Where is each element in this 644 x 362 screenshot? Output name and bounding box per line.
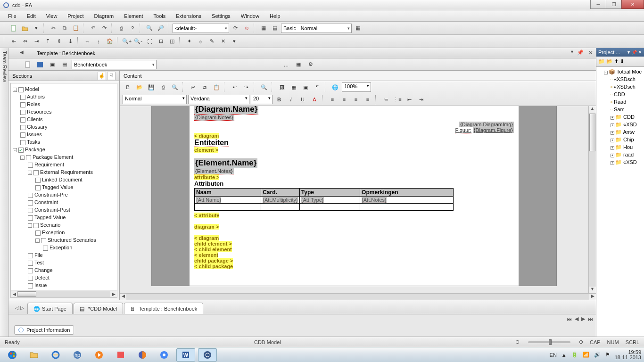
menu-project[interactable]: Project [63,12,88,20]
editor-canvas[interactable]: {Diagram.Name} {Diagram.Notes} {Diagram.… [120,106,588,293]
menu-file[interactable]: File [4,12,21,20]
tree-item[interactable]: -Structured ScenariosException [35,236,116,251]
nav-next-icon[interactable]: ▶ [581,316,585,322]
nav-first-icon[interactable]: ⏮ [567,316,572,322]
nav-icon[interactable]: ▦ [353,23,363,33]
pushpin-icon[interactable]: 📌 [577,49,584,56]
home-icon[interactable]: 🏠 [105,36,115,47]
editor-vscroll[interactable]: ▲▼ [588,106,596,293]
zoom-in-btn[interactable]: ⊕ [579,339,583,345]
basic-combo[interactable]: Basic - Normal [281,24,352,33]
align-bot-icon[interactable]: ⤓ [65,36,75,47]
tree-item[interactable]: -ScenarioException-Structured ScenariosE… [28,221,116,251]
ed-new-icon[interactable]: 🗋 [123,82,133,92]
tree-item[interactable]: Glossary [20,123,116,131]
tray-volume-icon[interactable]: 🔊 [594,352,601,358]
rp-up-icon[interactable]: ⬆ [614,58,619,65]
tree-item[interactable]: Clients [20,115,116,123]
ed-obj-icon[interactable]: ▣ [300,82,311,92]
indent-icon[interactable]: ⇥ [416,94,426,105]
tab-scroll-left-icon[interactable]: ◁ ▷ [15,305,24,311]
ie-icon[interactable] [46,348,65,362]
close-button[interactable]: ✕ [621,0,644,9]
help-icon[interactable]: ? [127,23,138,33]
tree-item[interactable]: Tagged Value [28,214,116,221]
align-l-icon[interactable]: ≡ [327,94,338,105]
tree-item[interactable]: Exception [43,244,116,251]
bold-icon[interactable]: B [274,94,284,105]
ed-print-icon[interactable]: ⎙ [158,82,168,92]
grid-icon[interactable]: ▦ [258,23,269,33]
ed-save-icon[interactable]: 💾 [146,82,157,92]
tree-item[interactable]: -ModelAuthorsRolesResourcesClientsGlossa… [13,85,116,146]
tab-start-page[interactable]: 🌐 Start Page [27,303,73,314]
new-icon[interactable] [8,23,19,33]
ed-redo-icon[interactable]: ↷ [241,82,251,92]
sections-tree[interactable]: -ModelAuthorsRolesResourcesClientsGlossa… [10,83,117,290]
tree-item[interactable]: File [28,251,116,259]
word-icon[interactable]: W [176,348,195,362]
zoom-out-icon[interactable]: 🔍- [133,36,143,47]
tray-clock[interactable]: 19:59 18-11-2013 [615,350,641,360]
zoom-in-icon[interactable]: 🔍+ [122,36,132,47]
refresh-icon[interactable]: ⟳ [230,23,240,33]
align-top-icon[interactable]: ⤒ [42,36,53,47]
menu-help[interactable]: Help [265,12,285,20]
minimize-button[interactable]: ─ [590,0,606,9]
tool1-icon[interactable]: ✦ [184,36,194,47]
redo-icon[interactable]: ↷ [99,23,109,33]
explorer-icon[interactable] [25,348,43,362]
dist-h-icon[interactable]: ↔ [82,36,92,47]
menu-window[interactable]: Window [237,12,264,20]
project-tree-item[interactable]: ▫ CDD [611,90,643,98]
start-button[interactable] [3,348,22,362]
tree-item[interactable]: -Package-Package ElementRequirement-Exte… [13,146,116,289]
open-icon[interactable] [20,23,30,33]
tree-item[interactable]: Issue [28,281,116,289]
zoom-100-icon[interactable]: ⊡ [156,36,166,47]
project-tree-item[interactable]: ▫ «XSDsch [611,75,643,83]
tree-item[interactable]: Test [28,259,116,266]
project-tree-item[interactable]: +📁 CDD [611,113,643,121]
dd-icon[interactable]: ▾ [229,36,239,47]
outdent-icon[interactable]: ⇤ [404,94,414,105]
rp-folder2-icon[interactable]: 📂 [606,58,613,65]
hp-icon[interactable]: hp [68,348,87,362]
print-icon[interactable]: ⎙ [116,23,126,33]
tree-item[interactable]: Requirement [28,161,116,168]
project-tree-item[interactable]: +📁 Chip [611,136,643,143]
italic-icon[interactable]: I [286,94,296,105]
nav-last-icon[interactable]: ⏭ [588,316,593,322]
tmpl-grid-icon[interactable]: ▦ [293,59,304,70]
stop-icon[interactable]: ⦸ [241,23,252,33]
nav-prev-icon[interactable]: ◀ [575,316,578,322]
project-tree-item[interactable]: ▫ Sam [611,106,643,113]
tree-item[interactable]: Resources [20,108,116,115]
ed-img-icon[interactable]: 🖼 [277,82,287,92]
underline-icon[interactable]: U [297,94,308,105]
tmpl-struct-icon[interactable]: ▤ [59,59,70,70]
ed-cut-icon[interactable]: ✂ [188,82,198,92]
close-panel-icon[interactable]: ✕ [588,49,593,56]
tree-item[interactable]: -External RequirementsLinked DocumentTag… [28,168,116,191]
style-combo[interactable]: Normal [123,95,187,104]
rail-team-review[interactable]: Team Review [2,51,8,334]
ed-find-icon[interactable]: 🔍 [259,82,269,92]
tree-item[interactable]: -Package ElementRequirement-External Req… [20,153,116,289]
tree-item[interactable]: Issues [20,131,116,138]
ed-globe-icon[interactable]: 🌐 [330,82,340,92]
rp-folder-icon[interactable]: 📁 [598,58,605,65]
numlist-icon[interactable]: ≔ [380,94,391,105]
project-tree[interactable]: -📦 Totaal Moc ▫ «XSDsch▫ «XSDsch▫ CDD▫ R… [596,67,644,337]
tmpl-gear-icon[interactable]: ⚙ [305,59,316,70]
tree-item[interactable]: Exception [35,229,116,236]
project-tree-item[interactable]: ▫ «XSDsch [611,83,643,90]
ed-paste-icon[interactable]: 📋 [211,82,222,92]
search2-icon[interactable]: 🔎 [156,23,166,33]
search-icon[interactable]: 🔍 [144,23,155,33]
align-right-icon[interactable]: ⇥ [31,36,41,47]
align-left-icon[interactable]: ⇤ [8,36,19,47]
align-center-icon[interactable]: ⇔ [20,36,30,47]
ed-copy-icon[interactable]: ⧉ [199,82,210,92]
tree-item[interactable]: Tasks [20,138,116,146]
